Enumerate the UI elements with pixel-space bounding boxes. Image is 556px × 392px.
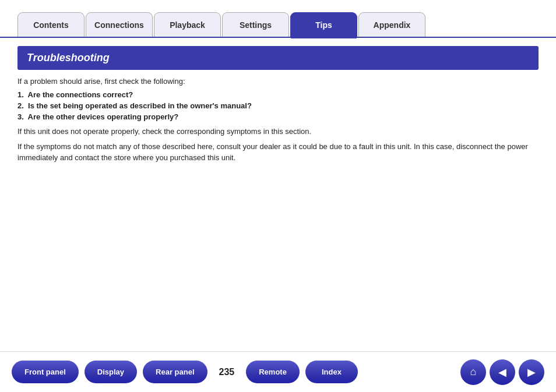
tab-tips[interactable]: Tips <box>290 12 357 37</box>
forward-arrow-icon: ▶ <box>527 366 536 379</box>
tab-playback[interactable]: Playback <box>154 12 221 37</box>
tab-contents[interactable]: Contents <box>17 12 85 37</box>
forward-button[interactable]: ▶ <box>519 359 544 385</box>
checklist-item-1: 1. Are the connections correct? <box>17 90 539 99</box>
tab-settings[interactable]: Settings <box>222 12 289 37</box>
tab-bar: Contents Connections Playback Settings T… <box>0 0 556 38</box>
bottom-nav-left: Front panel Display Rear panel 235 Remot… <box>12 361 358 383</box>
bottom-nav: Front panel Display Rear panel 235 Remot… <box>0 351 556 392</box>
body-text-2: If the symptoms do not match any of thos… <box>17 141 539 164</box>
tab-appendix[interactable]: Appendix <box>358 12 425 37</box>
remote-button[interactable]: Remote <box>246 361 300 383</box>
section-title: Troubleshooting <box>17 46 539 70</box>
display-button[interactable]: Display <box>85 361 137 383</box>
front-panel-button[interactable]: Front panel <box>12 361 79 383</box>
back-arrow-icon: ◀ <box>498 366 506 379</box>
checklist: 1. Are the connections correct? 2. Is th… <box>17 90 539 121</box>
home-icon: ⌂ <box>470 366 477 378</box>
rear-panel-button[interactable]: Rear panel <box>143 361 207 383</box>
tab-connections[interactable]: Connections <box>86 12 153 37</box>
intro-text: If a problem should arise, first check t… <box>17 77 539 86</box>
page-number: 235 <box>219 367 235 377</box>
home-button[interactable]: ⌂ <box>460 359 486 385</box>
bottom-nav-right: ⌂ ◀ ▶ <box>460 359 544 385</box>
checklist-item-2: 2. Is the set being operated as describe… <box>17 101 539 110</box>
body-text-1: If this unit does not operate properly, … <box>17 126 539 137</box>
checklist-item-3: 3. Are the other devices operating prope… <box>17 112 539 121</box>
back-button[interactable]: ◀ <box>490 359 515 385</box>
index-button[interactable]: Index <box>305 361 358 383</box>
main-content: Troubleshooting If a problem should aris… <box>0 46 556 164</box>
